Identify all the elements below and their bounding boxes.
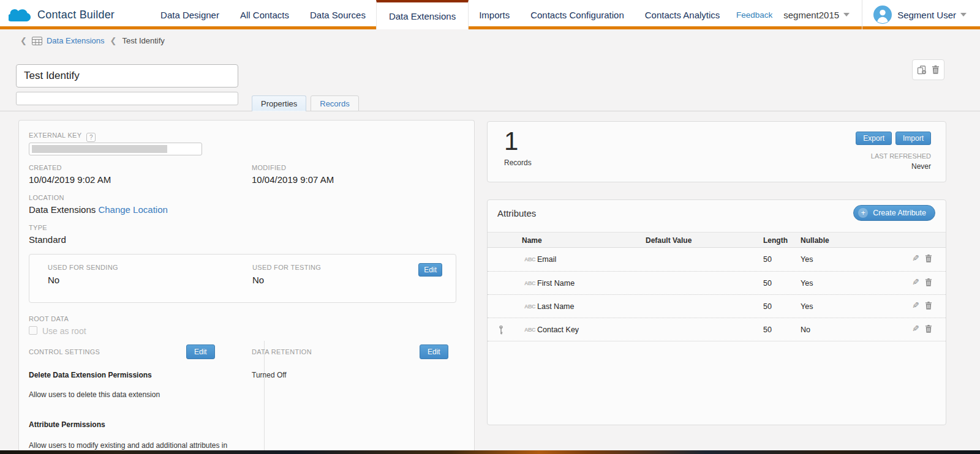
attribute-name: Email <box>537 255 556 264</box>
nav-tab-data-sources[interactable]: Data Sources <box>300 0 376 29</box>
sending-testing-box: USED FOR SENDING No USED FOR TESTING No … <box>29 254 456 303</box>
delete-icon[interactable] <box>925 325 932 333</box>
app-brand: Contact Builder <box>0 0 115 29</box>
used-for-testing-value: No <box>252 275 264 285</box>
user-menu[interactable]: Segment User <box>873 6 967 24</box>
account-name: segment2015 <box>783 10 839 20</box>
column-header-nullable: Nullable <box>801 236 829 245</box>
nav-tab-contacts-analytics[interactable]: Contacts Analytics <box>635 0 731 29</box>
used-for-sending-label: USED FOR SENDING <box>48 264 118 271</box>
delete-permissions-desc: Allow users to delete this data extensio… <box>29 390 160 399</box>
help-icon[interactable]: ? <box>86 133 96 142</box>
attributes-table-header: Name Default Value Length Nullable <box>488 232 946 248</box>
user-name: Segment User <box>897 10 956 20</box>
create-attribute-label: Create Attribute <box>873 209 926 217</box>
last-refreshed-value: Never <box>911 162 931 171</box>
created-value: 10/04/2019 9:02 AM <box>29 174 111 185</box>
tab-properties[interactable]: Properties <box>252 95 306 111</box>
create-attribute-button[interactable]: + Create Attribute <box>853 205 935 221</box>
edit-control-settings-button[interactable]: Edit <box>186 344 215 359</box>
delete-icon[interactable] <box>925 302 932 310</box>
breadcrumb: ❮ Data Extensions ❮ Test Identify <box>20 36 165 45</box>
external-key-input[interactable] <box>29 143 202 155</box>
nav-tab-all-contacts[interactable]: All Contacts <box>230 0 300 29</box>
attributes-title: Attributes <box>497 208 536 218</box>
text-type-icon: ABC <box>524 256 535 262</box>
chevron-down-icon <box>843 13 850 17</box>
change-location-link[interactable]: Change Location <box>98 204 167 215</box>
external-key-redacted-value <box>32 145 167 153</box>
export-button[interactable]: Export <box>856 132 892 145</box>
primary-key-icon <box>498 325 504 335</box>
delete-icon[interactable] <box>925 278 932 286</box>
location-label: LOCATION <box>29 194 64 201</box>
external-key-label: EXTERNAL KEY? <box>29 132 96 142</box>
edit-pencil-icon[interactable]: ✎ <box>912 278 919 286</box>
attribute-length: 50 <box>763 255 772 264</box>
nav-divider <box>862 0 862 29</box>
created-label: CREATED <box>29 164 62 171</box>
breadcrumb-parent-link[interactable]: Data Extensions <box>47 36 105 45</box>
back-chevron-icon[interactable]: ❮ <box>20 36 27 45</box>
modified-label: MODIFIED <box>252 164 286 171</box>
extension-description-input[interactable] <box>16 92 238 105</box>
edit-pencil-icon[interactable]: ✎ <box>912 254 919 262</box>
nav-tab-data-extensions[interactable]: Data Extensions <box>376 0 469 29</box>
top-navigation: Contact Builder Data Designer All Contac… <box>0 0 980 29</box>
location-row: Data Extensions Change Location <box>29 204 168 215</box>
records-buttons: Export Import <box>856 132 931 145</box>
table-row-last-name: ABC Last Name 50 Yes ✎ <box>488 294 946 318</box>
attribute-nullable: Yes <box>801 302 813 311</box>
table-row-contact-key: ABC Contact Key 50 No ✎ <box>488 318 946 341</box>
modified-value: 10/04/2019 9:07 AM <box>252 174 334 185</box>
tabs-divider <box>0 111 980 111</box>
account-switcher[interactable]: segment2015 <box>783 10 850 20</box>
records-label: Records <box>504 158 532 167</box>
feedback-link[interactable]: Feedback <box>736 10 772 20</box>
nav-tab-contacts-configuration[interactable]: Contacts Configuration <box>520 0 635 29</box>
import-button[interactable]: Import <box>895 132 931 145</box>
attribute-nullable: Yes <box>801 279 813 288</box>
nav-tab-imports[interactable]: Imports <box>469 0 520 29</box>
records-panel: 1 Records Export Import LAST REFRESHED N… <box>487 121 946 182</box>
attribute-nullable: No <box>801 326 810 334</box>
type-value: Standard <box>29 234 66 245</box>
header-actions <box>912 59 944 80</box>
tab-records[interactable]: Records <box>311 95 358 111</box>
attribute-name: Last Name <box>537 302 574 311</box>
table-end-divider <box>488 341 946 341</box>
edit-data-retention-button[interactable]: Edit <box>420 344 448 359</box>
used-for-sending-value: No <box>48 275 59 285</box>
breadcrumb-current: Test Identify <box>122 36 164 45</box>
use-as-root-label: Use as root <box>42 326 86 336</box>
app-title: Contact Builder <box>37 9 115 21</box>
data-retention-label: DATA RETENTION <box>252 348 312 355</box>
edit-pencil-icon[interactable]: ✎ <box>912 301 919 310</box>
table-row-first-name: ABC First Name 50 Yes ✎ <box>488 271 946 294</box>
attribute-length: 50 <box>763 279 772 288</box>
desktop-wallpaper-strip <box>0 450 980 454</box>
data-retention-value: Turned Off <box>252 371 287 379</box>
text-type-icon: ABC <box>524 303 535 310</box>
delete-icon[interactable] <box>932 65 940 74</box>
last-refreshed-label: LAST REFRESHED <box>871 152 931 160</box>
data-extension-grid-icon <box>32 37 42 45</box>
attribute-nullable: Yes <box>801 255 813 264</box>
text-type-icon: ABC <box>524 280 535 286</box>
control-settings-label: CONTROL SETTINGS <box>29 348 100 355</box>
records-count: 1 <box>504 127 518 156</box>
edit-pencil-icon[interactable]: ✎ <box>912 324 919 333</box>
column-divider <box>264 341 265 452</box>
nav-tab-data-designer[interactable]: Data Designer <box>150 0 230 29</box>
text-type-icon: ABC <box>524 327 535 333</box>
delete-icon[interactable] <box>925 255 932 262</box>
edit-sending-button[interactable]: Edit <box>418 263 442 277</box>
contact-builder-screen: Contact Builder Data Designer All Contac… <box>0 0 980 454</box>
root-data-label: ROOT DATA <box>29 315 69 322</box>
extension-name-input[interactable] <box>16 64 238 87</box>
plus-icon: + <box>858 208 868 218</box>
copy-icon[interactable] <box>917 65 927 75</box>
column-header-name: Name <box>522 236 542 245</box>
properties-panel: EXTERNAL KEY? CREATED 10/04/2019 9:02 AM… <box>18 120 475 451</box>
use-as-root-checkbox[interactable] <box>29 326 37 335</box>
